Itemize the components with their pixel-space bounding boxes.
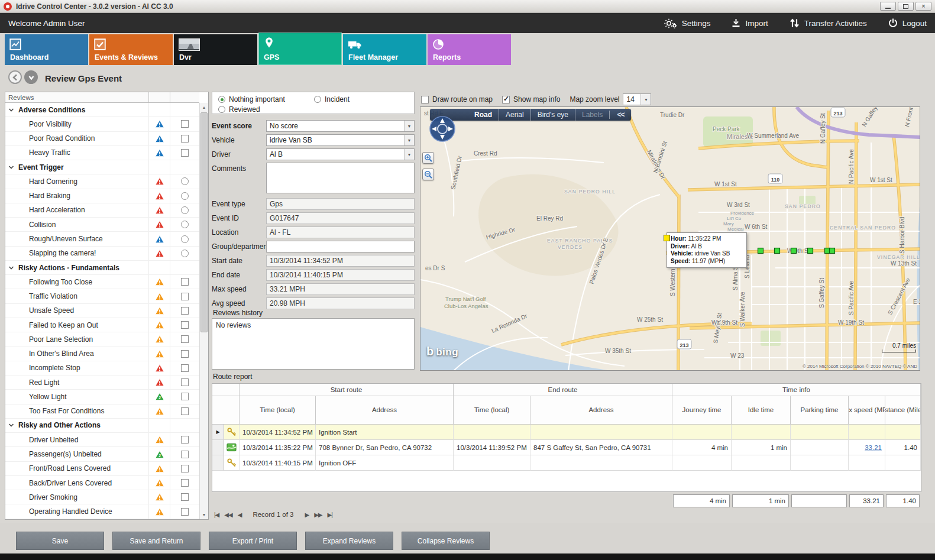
pager-next-page-button[interactable]: ▶▶ <box>314 512 322 518</box>
scrollbar-thumb[interactable] <box>200 112 208 332</box>
review-checkbox[interactable] <box>181 307 189 315</box>
review-radio[interactable] <box>181 235 189 243</box>
dropdown-value: idrive Van SB <box>270 136 312 144</box>
status-radio-incident[interactable]: Incident <box>314 95 350 103</box>
review-checkbox[interactable] <box>181 149 189 157</box>
review-radio[interactable] <box>181 192 189 200</box>
export-print-button[interactable]: Export / Print <box>209 532 297 550</box>
map-view-labels[interactable]: Labels <box>575 109 609 121</box>
map-zoom-out-button[interactable] <box>422 169 434 180</box>
logout-button[interactable]: Logout <box>888 18 927 28</box>
route-current-point[interactable] <box>664 235 670 241</box>
cell-max-speed-mph-row2: 33.21 <box>849 440 885 455</box>
driver-dropdown[interactable]: Al B▼ <box>266 148 415 160</box>
review-checkbox[interactable] <box>181 293 189 300</box>
transfer-activities-button[interactable]: Transfer Activities <box>790 18 867 28</box>
route-waypoint[interactable] <box>758 248 763 254</box>
collapse-chevron-icon[interactable] <box>8 107 14 113</box>
route-waypoint[interactable] <box>830 248 835 254</box>
reviews-scrollbar[interactable]: ▲ ▼ <box>199 103 208 519</box>
draw-route-checkbox[interactable] <box>421 96 429 103</box>
map-zoom-dropdown[interactable]: 14 ▼ <box>623 93 651 105</box>
maximize-button[interactable] <box>898 2 914 11</box>
tab-reports[interactable]: Reports <box>428 34 511 65</box>
dvr-thumb-icon <box>179 38 200 51</box>
review-checkbox[interactable] <box>181 407 189 415</box>
review-checkbox[interactable] <box>181 278 189 286</box>
map-view-road[interactable]: Road <box>468 109 499 121</box>
back-button[interactable] <box>8 70 22 84</box>
collapse-header-button[interactable] <box>24 70 38 84</box>
review-checkbox[interactable] <box>181 335 189 343</box>
collapse-reviews-button[interactable]: Collapse Reviews <box>402 532 490 550</box>
review-group-event-trigger[interactable]: Event Trigger <box>5 160 199 174</box>
map-compass-control[interactable] <box>429 115 456 144</box>
review-radio[interactable] <box>181 177 189 185</box>
map-zoom-in-button[interactable] <box>422 152 434 164</box>
review-group-risky-actions-fundamentals[interactable]: Risky Actions - Fundamentals <box>5 261 199 275</box>
map-view-bird-s-eye[interactable]: Bird's eye <box>530 109 575 121</box>
review-checkbox[interactable] <box>181 465 189 472</box>
route-waypoint[interactable] <box>808 248 813 254</box>
save-button[interactable]: Save <box>16 532 104 550</box>
map-view-aerial[interactable]: Aerial <box>499 109 530 121</box>
review-checkbox[interactable] <box>181 364 189 372</box>
review-checkbox[interactable] <box>181 350 189 358</box>
review-checkbox[interactable] <box>181 436 189 444</box>
comments-input[interactable] <box>266 163 415 193</box>
row-indicator[interactable] <box>212 440 224 455</box>
pager-last-button[interactable]: ▶| <box>328 512 332 518</box>
review-radio[interactable] <box>181 250 189 257</box>
review-group-risky-and-other-actions[interactable]: Risky and Other Actions <box>5 419 199 433</box>
review-group-adverse-conditions[interactable]: Adverse Conditions <box>5 103 199 117</box>
review-checkbox[interactable] <box>181 508 189 516</box>
max-speed-link[interactable]: 33.21 <box>865 444 882 451</box>
map-toolbar-collapse-button[interactable]: << <box>609 111 626 119</box>
row-indicator[interactable]: ▶ <box>212 425 224 440</box>
tab-dashboard[interactable]: Dashboard <box>5 34 88 65</box>
tab-dvr[interactable]: Dvr <box>174 34 257 65</box>
tab-events-reviews[interactable]: Events & Reviews <box>89 34 173 65</box>
status-radio-reviewed[interactable]: Reviewed <box>218 105 260 114</box>
pager-first-button[interactable]: |◀ <box>214 512 219 518</box>
review-radio[interactable] <box>181 206 189 214</box>
review-checkbox[interactable] <box>181 493 189 501</box>
review-checkbox[interactable] <box>181 479 189 487</box>
vehicle-dropdown[interactable]: idrive Van SB▼ <box>266 134 415 146</box>
minimize-button[interactable] <box>880 2 896 11</box>
review-checkbox[interactable] <box>181 451 189 458</box>
column-group-start-route: Start route <box>240 384 454 396</box>
tab-fleet-manager[interactable]: Fleet Manager <box>343 34 426 65</box>
collapse-chevron-icon[interactable] <box>8 265 14 271</box>
tab-gps[interactable]: GPS <box>258 33 342 65</box>
review-checkbox[interactable] <box>181 135 189 143</box>
event-score-dropdown[interactable]: No score▼ <box>266 120 415 132</box>
settings-button[interactable]: Settings <box>664 18 711 28</box>
pager-next-record-button[interactable]: ▶ <box>305 512 309 518</box>
pager-prev-page-button[interactable]: ◀◀ <box>224 512 232 518</box>
review-checkbox[interactable] <box>181 120 189 128</box>
review-checkbox[interactable] <box>181 378 189 386</box>
scroll-down-icon[interactable]: ▼ <box>200 510 208 519</box>
row-indicator[interactable] <box>212 455 224 471</box>
collapse-chevron-icon[interactable] <box>8 164 14 170</box>
reviews-history-box[interactable]: No reviews <box>212 318 415 370</box>
review-radio[interactable] <box>181 221 189 228</box>
close-button[interactable]: × <box>915 2 931 11</box>
collapse-chevron-icon[interactable] <box>8 422 14 428</box>
group-department-value[interactable] <box>266 241 415 253</box>
bing-map[interactable]: 213110213 st Rd ETrudie DrPeck ParkMiral… <box>420 106 920 371</box>
route-waypoint[interactable] <box>775 248 780 254</box>
scroll-up-icon[interactable]: ▲ <box>200 103 208 112</box>
save-and-return-button[interactable]: Save and Return <box>112 532 200 550</box>
item-label: Hard Acceleration <box>5 206 85 214</box>
review-checkbox[interactable] <box>181 321 189 329</box>
route-waypoint[interactable] <box>791 248 797 254</box>
expand-reviews-button[interactable]: Expand Reviews <box>305 532 393 550</box>
show-map-info-checkbox[interactable] <box>502 96 510 103</box>
status-radio-nothing-important[interactable]: Nothing important <box>218 95 285 103</box>
review-checkbox[interactable] <box>181 393 189 400</box>
import-button[interactable]: Import <box>732 18 768 28</box>
pager-prev-record-button[interactable]: ◀ <box>238 512 242 518</box>
bing-logo[interactable]: b bing <box>426 345 458 358</box>
